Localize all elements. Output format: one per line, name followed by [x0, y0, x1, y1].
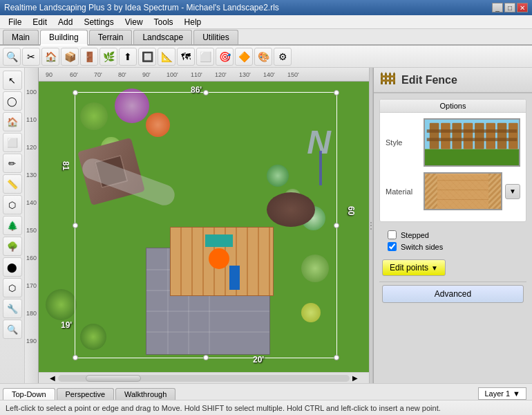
left-tool-pen[interactable]: ✏: [3, 154, 22, 173]
style-label: Style: [386, 138, 424, 147]
menu-tools[interactable]: Tools: [149, 16, 179, 28]
material-preview[interactable]: [424, 172, 502, 210]
north-pointer: [319, 151, 322, 185]
handle-bl[interactable]: [73, 355, 78, 360]
view-tab-walkthrough[interactable]: Walkthrough: [115, 388, 175, 400]
landscape-map[interactable]: 86' 60 20' 81 19' N: [39, 82, 369, 383]
maximize-btn[interactable]: □: [504, 3, 515, 12]
toolbar-btn-14[interactable]: ⚙: [274, 48, 292, 66]
menu-edit[interactable]: Edit: [27, 16, 53, 28]
options-label: Options: [380, 100, 526, 113]
tab-terrain[interactable]: Terrain: [89, 30, 133, 44]
handle-br[interactable]: [334, 355, 339, 360]
view-tab-topdown[interactable]: Top-Down: [3, 388, 55, 400]
layer-label: Layer 1: [484, 389, 510, 398]
svg-rect-1: [385, 73, 387, 84]
left-tool-select[interactable]: ↖: [3, 71, 22, 90]
title-bar: Realtime Landscaping Plus 3 by Idea Spec…: [0, 0, 532, 15]
layer-indicator[interactable]: Layer 1 ▼: [478, 387, 526, 400]
handle-bm[interactable]: [203, 355, 209, 360]
toolbar-btn-0[interactable]: 🔍: [3, 48, 21, 66]
toolbar-btn-6[interactable]: ⬆: [119, 48, 137, 66]
left-tool-zoom[interactable]: 🔍: [3, 320, 22, 339]
svg-rect-25: [437, 174, 488, 209]
view-tab-perspective[interactable]: Perspective: [57, 388, 114, 400]
checkbox-section: Stepped Switch sides: [379, 228, 526, 257]
toolbar-btn-8[interactable]: 📐: [158, 48, 175, 66]
handle-lm[interactable]: [73, 223, 78, 228]
toolbar-btn-5[interactable]: 🌿: [99, 48, 117, 66]
menu-help[interactable]: Help: [179, 16, 207, 28]
tab-building[interactable]: Building: [40, 30, 88, 46]
edit-points-dropdown-icon: ▼: [431, 264, 438, 272]
handle-tm[interactable]: [203, 90, 209, 95]
toolbar-btn-9[interactable]: 🗺: [177, 48, 195, 66]
toolbar-btn-7[interactable]: 🔲: [138, 48, 156, 66]
stepped-label[interactable]: Stepped: [401, 231, 429, 239]
fence-boundary[interactable]: [75, 92, 337, 358]
measure-left-2: 19': [61, 320, 72, 330]
style-preview[interactable]: [424, 118, 520, 167]
toolbar-btn-10[interactable]: ⬜: [196, 48, 214, 66]
left-tool-rect[interactable]: ⬜: [3, 133, 22, 152]
left-tool-poly[interactable]: ⬡: [3, 195, 22, 214]
h-scroll-track[interactable]: [58, 375, 350, 382]
status-text: Left-click to select a point or edge and…: [6, 404, 441, 412]
svg-rect-27: [437, 180, 488, 181]
toolbar-btn-12[interactable]: 🔶: [235, 48, 253, 66]
handle-rm[interactable]: [334, 223, 339, 228]
left-tool-tree1[interactable]: 🌲: [3, 216, 22, 235]
menu-view[interactable]: View: [120, 16, 149, 28]
left-tool-circle[interactable]: ◯: [3, 91, 22, 111]
toolbar-btn-13[interactable]: 🎨: [254, 48, 272, 66]
switch-sides-label[interactable]: Switch sides: [401, 243, 443, 251]
left-tool-house[interactable]: 🏠: [3, 112, 22, 131]
toolbar-btn-1[interactable]: ✂: [22, 48, 40, 66]
handle-tr[interactable]: [334, 90, 339, 95]
edit-points-btn[interactable]: Edit points ▼: [382, 259, 446, 276]
svg-marker-9: [393, 72, 395, 74]
tab-utilities[interactable]: Utilities: [193, 30, 238, 44]
canvas-area[interactable]: 90 60' 70' 80' 90' 100' 110' 120' 130' 1…: [25, 68, 369, 383]
left-tool-dot[interactable]: ⬤: [3, 257, 22, 277]
window-controls[interactable]: _ □ ✕: [492, 3, 528, 12]
right-panel: Edit Fence Options Style: [373, 68, 532, 383]
tab-bar: Main Building Terrain Landscape Utilitie…: [0, 29, 532, 46]
h-scrollbar[interactable]: ◀ ▶: [39, 372, 369, 383]
measure-top: 86': [191, 85, 202, 95]
menu-file[interactable]: File: [3, 16, 27, 28]
tab-main[interactable]: Main: [3, 30, 39, 44]
svg-rect-16: [475, 123, 484, 149]
close-btn[interactable]: ✕: [517, 3, 528, 12]
menu-bar: File Edit Add Settings View Tools Help: [0, 15, 532, 29]
advanced-btn[interactable]: Advanced: [382, 285, 524, 303]
options-content: Style: [380, 113, 526, 221]
toolbar-btn-2[interactable]: 🏠: [41, 48, 59, 66]
svg-rect-5: [381, 80, 395, 82]
menu-settings[interactable]: Settings: [78, 16, 119, 28]
toolbar-btn-11[interactable]: 🎯: [216, 48, 234, 66]
material-dropdown-btn[interactable]: ▼: [505, 184, 520, 199]
scroll-right-btn[interactable]: ▶: [352, 374, 358, 382]
svg-rect-11: [425, 149, 519, 165]
status-bar: Left-click to select a point or edge and…: [0, 400, 532, 415]
scroll-left-btn[interactable]: ◀: [50, 374, 55, 382]
left-tool-wrench[interactable]: 🔧: [3, 299, 22, 318]
tab-landscape[interactable]: Landscape: [133, 30, 192, 44]
svg-rect-17: [486, 123, 495, 149]
h-scroll-thumb[interactable]: [86, 375, 141, 382]
menu-add[interactable]: Add: [53, 16, 78, 28]
material-label: Material: [386, 187, 424, 196]
left-tool-hex[interactable]: ⬡: [3, 278, 22, 297]
handle-tl[interactable]: [73, 90, 78, 95]
minimize-btn[interactable]: _: [492, 3, 503, 12]
left-tool-tree2[interactable]: 🌳: [3, 237, 22, 256]
svg-rect-20: [427, 129, 517, 133]
left-tool-measure[interactable]: 📏: [3, 174, 22, 194]
toolbar-btn-3[interactable]: 📦: [61, 48, 79, 66]
svg-rect-14: [452, 123, 462, 149]
stepped-checkbox[interactable]: [388, 230, 397, 239]
ruler-vertical: 100 110 120 130 140 150 160 170 180 190: [25, 68, 39, 383]
switch-sides-checkbox[interactable]: [388, 242, 397, 251]
toolbar-btn-4[interactable]: 🚪: [80, 48, 98, 66]
